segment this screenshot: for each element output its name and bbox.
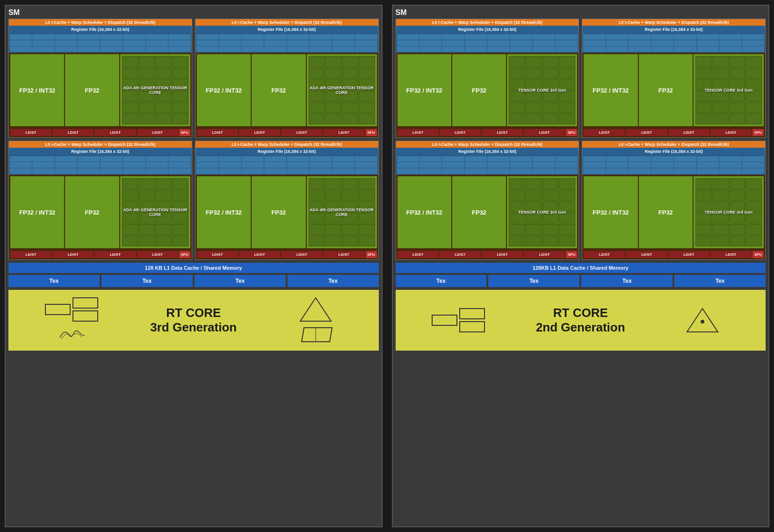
reg-cell bbox=[310, 162, 332, 168]
r-tex-2: Tex bbox=[488, 275, 579, 287]
inner-cell bbox=[729, 190, 745, 201]
inner-cell bbox=[559, 224, 576, 235]
inner-cell bbox=[695, 56, 712, 67]
reg-cell bbox=[420, 156, 441, 162]
inner-cell bbox=[712, 178, 729, 189]
left-warp-unit-1: L0 i-Cache + Warp Scheduler + Dispatch (… bbox=[8, 19, 192, 138]
inner-cell bbox=[155, 190, 172, 201]
ada-tensor-1: ADA 4th GENERATION TENSOR CORE bbox=[120, 54, 190, 126]
inner-cell bbox=[695, 114, 712, 125]
r-fp32-int32-1: FP32 / INT32 bbox=[398, 54, 451, 126]
inner-cell bbox=[745, 102, 762, 113]
reg-cell bbox=[242, 34, 264, 40]
r-reg-file-1: Register File (16,384 x 32-bit) bbox=[396, 26, 579, 33]
signature-svg bbox=[58, 326, 86, 342]
l0-cache-4: L0 i-Cache + Warp Scheduler + Dispatch (… bbox=[195, 141, 378, 148]
reg-cell bbox=[510, 40, 532, 46]
inner-cell bbox=[729, 236, 745, 247]
reg-cell bbox=[32, 46, 54, 52]
inner-cell bbox=[122, 102, 138, 113]
rt-box bbox=[432, 315, 457, 326]
r-tex-3: Tex bbox=[581, 275, 673, 287]
reg-cell bbox=[242, 156, 264, 162]
reg-cell bbox=[146, 46, 168, 52]
reg-cell bbox=[487, 168, 509, 174]
reg-cell bbox=[32, 40, 54, 46]
inner-cell bbox=[359, 114, 375, 125]
inner-cell bbox=[712, 236, 729, 247]
ld-st: LD/ST bbox=[197, 251, 238, 258]
reg-cell bbox=[333, 168, 354, 174]
reg-cell bbox=[742, 40, 764, 46]
tex-row-left: Tex Tex Tex Tex bbox=[8, 275, 379, 287]
fp32-int32-3: FP32 / INT32 bbox=[10, 176, 64, 248]
reg-cell bbox=[78, 168, 100, 174]
reg-cell bbox=[10, 46, 32, 52]
reg-cell bbox=[355, 162, 377, 168]
reg-cell bbox=[442, 46, 464, 52]
sfu: SFU bbox=[179, 129, 190, 136]
reg-cell bbox=[442, 40, 464, 46]
r-reg-file-4: Register File (16,384 x 32-bit) bbox=[582, 148, 765, 155]
inner-cell bbox=[695, 68, 712, 79]
reg-cell bbox=[101, 162, 123, 168]
reg-cell bbox=[397, 46, 419, 52]
inner-cell bbox=[172, 178, 188, 189]
reg-cell bbox=[333, 46, 354, 52]
reg-cell bbox=[310, 156, 332, 162]
ld-st: LD/ST bbox=[710, 251, 752, 258]
inner-cell bbox=[309, 56, 325, 67]
ld-st: LD/ST bbox=[239, 251, 280, 258]
reg-cell bbox=[397, 156, 419, 162]
reg-cell bbox=[78, 40, 100, 46]
ld-st: LD/ST bbox=[281, 251, 322, 258]
inner-cell bbox=[745, 236, 762, 247]
ld-st: LD/ST bbox=[440, 251, 481, 258]
r-fp32-3: FP32 bbox=[452, 176, 506, 248]
ld-st-row-1: LD/ST LD/ST LD/ST LD/ST SFU bbox=[9, 128, 192, 137]
reg-cell bbox=[196, 34, 218, 40]
reg-cell bbox=[101, 40, 123, 46]
reg-cell bbox=[556, 34, 578, 40]
reg-cell bbox=[719, 162, 741, 168]
reg-cell bbox=[583, 46, 605, 52]
tensor-core-r2: TENSOR CORE 3rd Gen bbox=[694, 54, 764, 126]
inner-cell bbox=[122, 114, 138, 125]
ld-st: LD/ST bbox=[239, 129, 280, 136]
reg-cell bbox=[355, 46, 377, 52]
inner-cell bbox=[309, 178, 325, 189]
reg-cell bbox=[651, 46, 673, 52]
tex-1: Tex bbox=[8, 275, 100, 287]
left-sm-label: SM bbox=[8, 8, 379, 17]
reg-cell bbox=[219, 46, 241, 52]
inner-cell bbox=[172, 56, 188, 67]
inner-cell bbox=[543, 68, 559, 79]
tex-2: Tex bbox=[101, 275, 193, 287]
reg-cell bbox=[355, 168, 377, 174]
reg-cell bbox=[101, 156, 123, 162]
reg-cell bbox=[583, 162, 605, 168]
reg-grid-3 bbox=[9, 155, 192, 175]
reg-cell bbox=[420, 168, 441, 174]
inner-cell bbox=[745, 178, 762, 189]
reg-cell bbox=[583, 168, 605, 174]
inner-cell bbox=[139, 190, 155, 201]
inner-cell bbox=[695, 178, 712, 189]
reg-cell bbox=[101, 46, 123, 52]
reg-cell bbox=[465, 46, 487, 52]
reg-cell bbox=[583, 34, 605, 40]
reg-cell bbox=[333, 40, 354, 46]
reg-cell bbox=[55, 156, 77, 162]
inner-cell bbox=[172, 68, 188, 79]
l0-cache-1: L0 i-Cache + Warp Scheduler + Dispatch (… bbox=[9, 19, 192, 26]
ada-tensor-4: ADA 4th GENERATION TENSOR CORE bbox=[307, 176, 377, 248]
inner-cell bbox=[359, 68, 375, 79]
inner-cell bbox=[729, 178, 745, 189]
inner-cell bbox=[729, 68, 745, 79]
inner-cell bbox=[155, 236, 172, 247]
reg-cell bbox=[242, 168, 264, 174]
reg-cell bbox=[55, 34, 77, 40]
inner-cell bbox=[155, 56, 172, 67]
compute-area-2: FP32 / INT32 FP32 ADA 4th GENERATION TEN… bbox=[195, 53, 378, 128]
reg-cell bbox=[219, 168, 241, 174]
